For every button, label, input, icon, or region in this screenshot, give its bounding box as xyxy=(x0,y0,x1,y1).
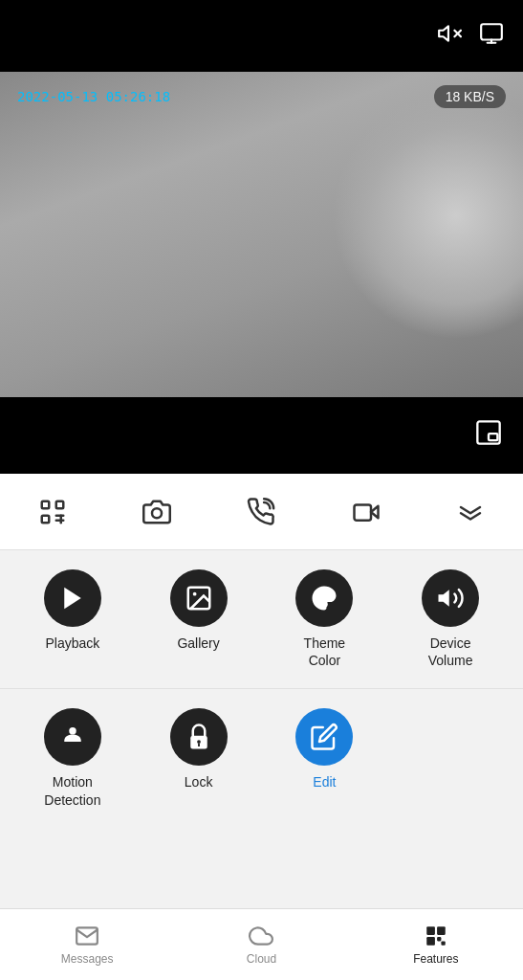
svg-rect-8 xyxy=(41,501,49,508)
scan-button[interactable] xyxy=(30,489,76,535)
menu-grid: Playback Gallery xyxy=(0,550,523,837)
theme-color-label: ThemeColor xyxy=(304,635,346,669)
camera-timestamp: 2022-05-13 05:26:18 xyxy=(17,89,170,104)
device-volume-label: DeviceVolume xyxy=(428,635,473,669)
features-label: Features xyxy=(413,952,458,966)
svg-rect-7 xyxy=(489,434,497,440)
svg-rect-33 xyxy=(441,941,445,945)
toolbar xyxy=(0,474,523,550)
pip-icon[interactable] xyxy=(475,419,502,452)
theme-color-item[interactable]: ThemeColor xyxy=(272,569,377,669)
screen-icon[interactable] xyxy=(479,21,504,52)
nav-cloud[interactable]: Cloud xyxy=(174,924,348,966)
lock-label: Lock xyxy=(185,773,213,791)
edit-item[interactable]: Edit xyxy=(272,708,377,808)
svg-point-27 xyxy=(197,741,201,745)
camera-feed: 2022-05-13 05:26:18 18 KB/S xyxy=(0,72,523,397)
motion-detection-icon-circle xyxy=(44,708,101,766)
edit-icon-circle xyxy=(295,708,353,766)
svg-point-14 xyxy=(152,508,162,518)
playback-label: Playback xyxy=(45,635,99,652)
svg-point-25 xyxy=(69,727,76,735)
svg-rect-32 xyxy=(437,937,441,941)
edit-label: Edit xyxy=(313,773,336,791)
mute-icon[interactable] xyxy=(437,21,462,52)
menu-row-2: MotionDetection Lock Edit xyxy=(0,708,523,827)
svg-marker-0 xyxy=(439,26,448,40)
playback-icon-circle xyxy=(44,569,101,627)
motion-detection-label: MotionDetection xyxy=(44,773,100,808)
messages-label: Messages xyxy=(61,952,114,966)
camera-speed: 18 KB/S xyxy=(434,85,506,108)
svg-rect-30 xyxy=(437,926,446,935)
bottom-nav: Messages Cloud Features xyxy=(0,908,523,980)
lock-item[interactable]: Lock xyxy=(146,708,251,808)
svg-rect-29 xyxy=(426,926,435,935)
camera-button[interactable] xyxy=(134,489,180,535)
svg-rect-3 xyxy=(481,24,502,39)
theme-color-icon-circle xyxy=(295,569,353,627)
video-button[interactable] xyxy=(343,489,389,535)
device-volume-item[interactable]: DeviceVolume xyxy=(398,569,503,669)
nav-messages[interactable]: Messages xyxy=(0,924,174,966)
gallery-label: Gallery xyxy=(177,635,219,652)
svg-rect-10 xyxy=(41,515,49,523)
top-bar xyxy=(0,0,523,72)
svg-point-19 xyxy=(192,592,196,596)
device-volume-icon-circle xyxy=(422,569,479,627)
motion-detection-item[interactable]: MotionDetection xyxy=(20,708,125,808)
svg-rect-9 xyxy=(55,501,63,508)
gallery-icon-circle xyxy=(170,569,228,627)
gallery-item[interactable]: Gallery xyxy=(146,569,251,669)
playback-item[interactable]: Playback xyxy=(20,569,125,669)
lock-icon-circle xyxy=(170,708,228,766)
svg-marker-17 xyxy=(64,588,81,610)
cloud-label: Cloud xyxy=(247,952,276,966)
call-button[interactable] xyxy=(238,489,284,535)
svg-rect-31 xyxy=(426,937,435,946)
camera-bottom-bar xyxy=(0,397,523,474)
menu-divider xyxy=(0,688,523,689)
svg-rect-15 xyxy=(354,504,371,520)
layers-button[interactable] xyxy=(447,489,493,535)
nav-features[interactable]: Features xyxy=(349,924,523,966)
menu-row-1: Playback Gallery xyxy=(0,569,523,688)
svg-marker-24 xyxy=(439,590,449,607)
